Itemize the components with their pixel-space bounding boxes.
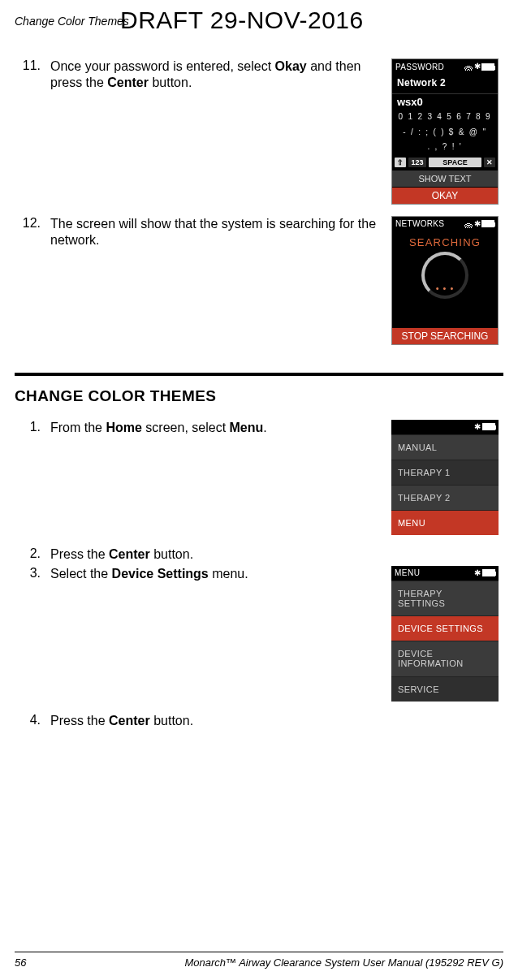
bluetooth-icon: ✱ — [474, 220, 480, 228]
menu-item-therapy-settings: THERAPY SETTINGS — [391, 581, 499, 615]
searching-panel: SEARCHING • • • — [392, 231, 498, 327]
t: Center — [109, 547, 150, 561]
wifi-icon — [464, 220, 473, 228]
t: button. — [150, 547, 193, 561]
step-4: 4. Press the Center button. — [15, 713, 503, 729]
status-bar: MENU ✱ — [391, 566, 499, 581]
char-row-2: - / : ; ( ) $ & @ " — [392, 125, 498, 140]
dots: • • • — [436, 283, 455, 293]
page-footer: 56 Monarch™ Airway Clearance System User… — [15, 952, 503, 969]
section-divider — [15, 373, 503, 376]
screen-title: NETWORKS — [395, 219, 444, 228]
bluetooth-icon: ✱ — [474, 569, 480, 577]
step-12: 12. The screen will show that the system… — [15, 216, 503, 345]
device-screenshot-menu: MENU ✱ THERAPY SETTINGS DEVICE SETTINGS … — [391, 566, 499, 702]
status-bar: ✱ — [391, 420, 499, 434]
step-number: 12. — [15, 216, 50, 231]
step-1: 1. From the Home screen, select Menu. ✱ … — [15, 420, 503, 535]
step-3: 3. Select the Device Settings menu. MENU… — [15, 566, 503, 702]
step-text: Press the Center button. — [50, 546, 391, 563]
t: Press the — [50, 547, 109, 561]
breadcrumb: Change Color Themes — [15, 15, 129, 28]
t: Press the — [50, 714, 109, 727]
t: Select the — [50, 567, 112, 581]
t: screen, select — [142, 421, 230, 434]
menu-item-device-settings: DEVICE SETTINGS — [391, 615, 499, 641]
t: From the — [50, 421, 106, 434]
t: Menu — [230, 421, 264, 434]
t: Home — [106, 421, 141, 434]
space-key: SPACE — [429, 158, 481, 167]
char-row-1: 0 1 2 3 4 5 6 7 8 9 — [392, 110, 498, 125]
menu-item-service: SERVICE — [391, 676, 499, 702]
step-text: The screen will show that the system is … — [50, 216, 391, 248]
bluetooth-icon: ✱ — [474, 423, 480, 431]
t: Device Settings — [112, 567, 209, 581]
numeric-key: 123 — [408, 158, 426, 167]
status-bar: PASSWORD ✱ — [392, 59, 498, 74]
doc-title: Monarch™ Airway Clearance System User Ma… — [184, 956, 503, 969]
page-number: 56 — [15, 956, 26, 969]
step-number: 1. — [15, 420, 50, 434]
step-text: Select the Device Settings menu. — [50, 566, 391, 582]
t: Once your password is entered, select — [50, 59, 275, 73]
shift-key: ⇧ — [395, 158, 406, 167]
password-field: wsx0 — [392, 93, 498, 110]
device-screenshot-searching: NETWORKS ✱ SEARCHING • • • STOP SEARCHIN… — [391, 216, 499, 345]
show-text-button: SHOW TEXT — [392, 171, 498, 187]
step-number: 4. — [15, 713, 50, 727]
step-number: 3. — [15, 566, 50, 581]
battery-icon — [481, 63, 494, 71]
menu-item-therapy-2: THERAPY 2 — [391, 485, 499, 510]
step-2: 2. Press the Center button. — [15, 546, 503, 563]
t: button. — [149, 76, 192, 89]
searching-label: SEARCHING — [392, 231, 498, 248]
step-11: 11. Once your password is entered, selec… — [15, 58, 503, 205]
t: Center — [107, 76, 149, 89]
menu-item-manual: MANUAL — [391, 434, 499, 460]
bluetooth-icon: ✱ — [474, 63, 480, 71]
t: menu. — [209, 567, 248, 581]
char-row-3: . , ? ! ' — [392, 140, 498, 155]
close-key: ✕ — [484, 158, 495, 167]
device-screenshot-password: PASSWORD ✱ Network 2 wsx0 0 1 2 3 4 5 6 … — [391, 58, 499, 205]
battery-icon — [481, 220, 494, 227]
stop-searching-button: STOP SEARCHING — [392, 327, 498, 344]
step-number: 2. — [15, 546, 50, 561]
step-text: From the Home screen, select Menu. — [50, 420, 391, 436]
step-text: Once your password is entered, select Ok… — [50, 58, 391, 91]
screen-title: PASSWORD — [395, 63, 444, 71]
section-title: CHANGE COLOR THEMES — [15, 387, 503, 405]
step-number: 11. — [15, 58, 50, 73]
step-text: Press the Center button. — [50, 713, 391, 729]
status-bar: NETWORKS ✱ — [392, 217, 498, 231]
screen-title: MENU — [395, 568, 420, 577]
menu-item-device-information: DEVICE INFORMATION — [391, 641, 499, 676]
wifi-icon — [464, 63, 473, 71]
t: Center — [109, 714, 150, 727]
okay-button: OKAY — [392, 187, 498, 204]
menu-item-menu: MENU — [391, 510, 499, 535]
page-header: Change Color Themes DRAFT 29-NOV-2016 — [15, 10, 503, 36]
key-row: ⇧ 123 SPACE ✕ — [392, 155, 498, 171]
device-screenshot-home: ✱ MANUAL THERAPY 1 THERAPY 2 MENU — [391, 420, 499, 535]
network-label: Network 2 — [392, 74, 498, 93]
battery-icon — [482, 569, 495, 576]
menu-item-therapy-1: THERAPY 1 — [391, 460, 499, 485]
t: . — [263, 421, 266, 434]
draft-watermark: DRAFT 29-NOV-2016 — [120, 6, 364, 34]
t: Okay — [275, 59, 307, 73]
battery-icon — [482, 423, 495, 430]
t: The screen will show that the system is … — [50, 217, 376, 247]
t: button. — [150, 714, 193, 727]
